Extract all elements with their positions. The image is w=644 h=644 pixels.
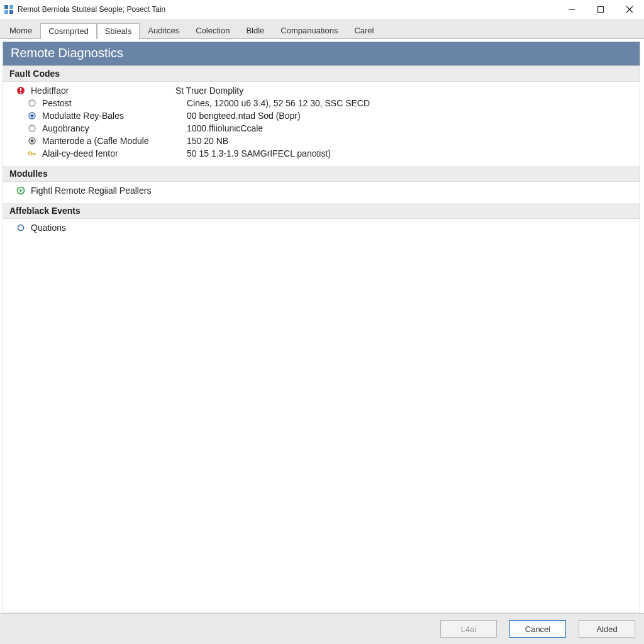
list-item[interactable]: Manterode a (Cafle Module 150 20 NB bbox=[26, 135, 640, 147]
svg-point-17 bbox=[28, 152, 31, 155]
tab-cosmprted[interactable]: Cosmprted bbox=[40, 23, 97, 39]
section-header-fault-codes: Fault Codes bbox=[3, 66, 640, 82]
events-list: Quations bbox=[3, 219, 640, 240]
svg-rect-1 bbox=[9, 5, 13, 9]
list-item[interactable]: Heditffaor St Truer Domplity bbox=[14, 84, 640, 97]
svg-rect-2 bbox=[4, 10, 8, 14]
item-label: Quations bbox=[31, 223, 66, 233]
modules-list: Fightl Remote Regiiall Peallers bbox=[3, 182, 640, 203]
section-header-events: Affeblack Events bbox=[3, 203, 640, 219]
svg-point-16 bbox=[31, 140, 34, 143]
item-value: 150 20 NB bbox=[187, 136, 228, 146]
item-value: St Truer Domplity bbox=[175, 86, 243, 96]
item-value: 1000.ffiiolunicCcale bbox=[187, 123, 263, 133]
circle-open-icon bbox=[14, 223, 27, 233]
dialog-footer: L4ai Cancel Alded bbox=[0, 613, 644, 644]
radio-off-icon bbox=[26, 123, 38, 133]
cancel-button[interactable]: Cancel bbox=[509, 620, 566, 638]
item-value: 50 15 1.3-1.9 SAMGrIFECL panotist) bbox=[187, 148, 331, 158]
tab-companuations[interactable]: Companuations bbox=[272, 23, 346, 38]
list-item[interactable]: Alail-cy-deed fentor 50 15 1.3-1.9 SAMGr… bbox=[26, 147, 640, 160]
item-label: Augobrancy bbox=[42, 123, 187, 133]
radio-off-icon bbox=[26, 98, 38, 108]
content-area: Remote Diagnostics Fault Codes Heditffao… bbox=[0, 39, 644, 613]
svg-rect-10 bbox=[20, 92, 21, 94]
page-title: Remote Diagnostics bbox=[3, 42, 640, 66]
maximize-button[interactable] bbox=[586, 0, 615, 19]
svg-point-13 bbox=[31, 114, 34, 118]
apply-button[interactable]: Alded bbox=[579, 620, 635, 638]
item-label: Fightl Remote Regiiall Peallers bbox=[31, 186, 151, 196]
key-icon bbox=[26, 148, 38, 158]
svg-marker-22 bbox=[20, 189, 23, 192]
list-item[interactable]: Quations bbox=[14, 221, 640, 234]
app-icon bbox=[4, 4, 14, 14]
window-titlebar: Remot Berniola Stulteal Seople; Posect T… bbox=[0, 0, 644, 19]
toolbar-area: Mome Cosmprted Sbieals Auditces Colectio… bbox=[0, 19, 644, 39]
tab-mome[interactable]: Mome bbox=[1, 23, 40, 38]
list-item[interactable]: Modulatte Rey-Bales 00 bengteed.ntad Sod… bbox=[26, 109, 640, 122]
window-controls bbox=[557, 0, 644, 19]
item-label: Pestost bbox=[42, 98, 187, 108]
item-label: Modulatte Rey-Bales bbox=[42, 111, 187, 121]
tab-bldle[interactable]: Bldle bbox=[238, 23, 272, 38]
svg-line-6 bbox=[626, 6, 633, 13]
section-header-modules: Modulles bbox=[3, 166, 640, 182]
svg-point-11 bbox=[29, 100, 35, 106]
ok-button[interactable]: L4ai bbox=[440, 620, 497, 638]
play-icon bbox=[14, 186, 27, 196]
item-label: Manterode a (Cafle Module bbox=[42, 136, 187, 146]
svg-point-14 bbox=[29, 125, 35, 131]
content-empty-area bbox=[3, 240, 640, 613]
svg-rect-3 bbox=[9, 10, 13, 14]
tab-strip: Mome Cosmprted Sbieals Auditces Colectio… bbox=[0, 23, 644, 38]
list-item[interactable]: Fightl Remote Regiiall Peallers bbox=[14, 184, 640, 197]
item-label: Alail-cy-deed fentor bbox=[42, 148, 187, 158]
svg-line-7 bbox=[626, 6, 633, 13]
error-icon bbox=[14, 86, 27, 96]
item-value: 00 bengteed.ntad Sod (Bopr) bbox=[187, 111, 301, 121]
svg-rect-9 bbox=[20, 88, 21, 91]
tab-carel[interactable]: Carel bbox=[346, 23, 382, 38]
list-item[interactable]: Pestost Cines, 12000 u6 3.4), 52 56 12 3… bbox=[26, 97, 640, 109]
tab-sbieals[interactable]: Sbieals bbox=[97, 23, 140, 39]
fault-codes-list: Heditffaor St Truer Domplity Pestost Cin… bbox=[3, 82, 640, 166]
list-item[interactable]: Augobrancy 1000.ffiiolunicCcale bbox=[26, 122, 640, 135]
tab-auditces[interactable]: Auditces bbox=[140, 23, 187, 38]
radio-dark-icon bbox=[26, 136, 38, 146]
minimize-button[interactable] bbox=[557, 0, 586, 19]
window-title: Remot Berniola Stulteal Seople; Posect T… bbox=[18, 5, 165, 14]
svg-rect-0 bbox=[4, 5, 8, 9]
svg-point-23 bbox=[18, 225, 24, 231]
close-button[interactable] bbox=[615, 0, 644, 19]
svg-rect-5 bbox=[598, 7, 604, 13]
item-label: Heditffaor bbox=[31, 86, 175, 96]
item-value: Cines, 12000 u6 3.4), 52 56 12 30, SSC S… bbox=[187, 98, 370, 108]
tab-colection[interactable]: Colection bbox=[187, 23, 238, 38]
radio-blue-icon bbox=[26, 111, 38, 121]
